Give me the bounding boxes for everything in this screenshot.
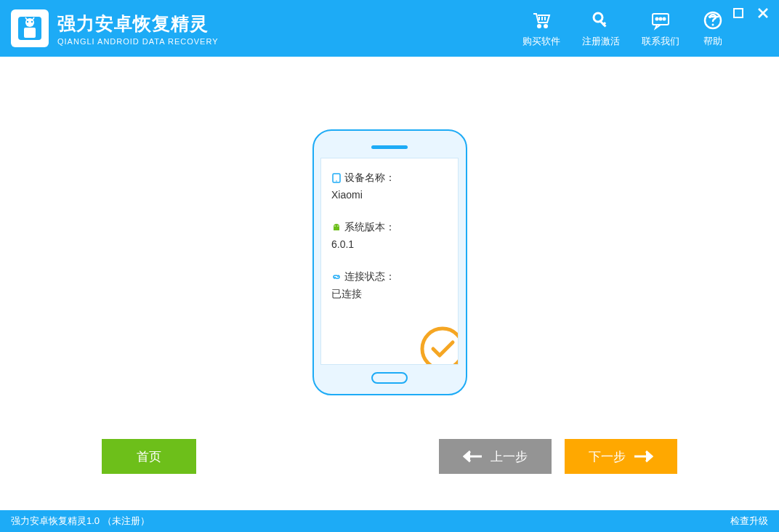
chat-icon xyxy=(649,9,672,32)
system-version-block: 系统版本： 6.0.1 xyxy=(331,221,448,250)
device-icon xyxy=(331,173,342,183)
prev-button-label: 上一步 xyxy=(491,448,528,465)
connection-label: 连接状态： xyxy=(344,270,395,283)
svg-point-4 xyxy=(31,21,33,23)
menu-register-label: 注册激活 xyxy=(582,35,620,48)
svg-rect-22 xyxy=(734,9,743,17)
minimize-button[interactable] xyxy=(706,6,721,20)
svg-point-17 xyxy=(660,18,662,20)
app-title: 强力安卓恢复精灵 xyxy=(57,12,219,36)
android-icon xyxy=(331,222,342,233)
svg-rect-2 xyxy=(24,28,36,38)
menu-buy-label: 购买软件 xyxy=(522,35,560,48)
link-icon xyxy=(331,272,342,282)
menu-help-label: 帮助 xyxy=(703,35,722,48)
phone-graphic-container: 设备名称： Xiaomi 系统版本： 6.0.1 xyxy=(22,86,757,439)
app-subtitle: QIANGLI ANDROID DATA RECOVERY xyxy=(57,37,219,46)
menu-register[interactable]: 注册激活 xyxy=(582,9,620,48)
home-button-label: 首页 xyxy=(137,448,161,465)
app-logo xyxy=(11,9,49,47)
footer-status: 强力安卓恢复精灵1.0 （未注册） xyxy=(11,515,150,528)
window-controls xyxy=(706,6,770,20)
content-area: 设备名称： Xiaomi 系统版本： 6.0.1 xyxy=(0,57,779,510)
header-menu: 购买软件 注册激活 xyxy=(522,9,724,48)
key-icon xyxy=(589,9,613,32)
arrow-left-icon xyxy=(463,450,483,463)
button-row: 首页 上一步 下一步 xyxy=(22,439,757,488)
close-button[interactable] xyxy=(756,6,770,20)
next-button[interactable]: 下一步 xyxy=(565,439,677,474)
menu-buy[interactable]: 购买软件 xyxy=(522,9,560,48)
phone-speaker-icon xyxy=(371,145,408,149)
menu-contact[interactable]: 联系我们 xyxy=(642,9,679,48)
home-button[interactable]: 首页 xyxy=(102,439,196,474)
connection-block: 连接状态： 已连接 xyxy=(331,270,448,301)
next-button-label: 下一步 xyxy=(589,448,626,465)
maximize-button[interactable] xyxy=(731,6,746,20)
svg-point-16 xyxy=(656,18,658,20)
svg-point-27 xyxy=(334,225,336,227)
phone-screen: 设备名称： Xiaomi 系统版本： 6.0.1 xyxy=(320,158,459,365)
system-version-label: 系统版本： xyxy=(344,221,395,234)
phone-home-button-icon xyxy=(371,372,408,384)
title-area: 强力安卓恢复精灵 QIANGLI ANDROID DATA RECOVERY xyxy=(57,12,219,46)
app-window: 强力安卓恢复精灵 QIANGLI ANDROID DATA RECOVERY 购… xyxy=(0,0,779,532)
svg-point-3 xyxy=(27,21,28,23)
checkmark-icon xyxy=(417,323,459,365)
phone-graphic: 设备名称： Xiaomi 系统版本： 6.0.1 xyxy=(312,129,467,395)
device-name-value: Xiaomi xyxy=(331,189,448,201)
svg-point-26 xyxy=(336,180,337,182)
system-version-value: 6.0.1 xyxy=(331,238,448,250)
device-name-label: 设备名称： xyxy=(344,172,395,185)
cart-icon xyxy=(530,9,553,32)
svg-point-18 xyxy=(663,18,666,20)
device-name-block: 设备名称： Xiaomi xyxy=(331,172,448,201)
svg-point-29 xyxy=(422,329,459,365)
svg-point-28 xyxy=(337,225,339,227)
arrow-right-icon xyxy=(633,450,653,463)
svg-point-8 xyxy=(544,25,547,28)
svg-point-7 xyxy=(538,25,541,28)
connection-value: 已连接 xyxy=(331,288,448,301)
check-update-link[interactable]: 检查升级 xyxy=(730,515,768,528)
prev-button[interactable]: 上一步 xyxy=(439,439,552,474)
header: 强力安卓恢复精灵 QIANGLI ANDROID DATA RECOVERY 购… xyxy=(0,0,779,57)
footer: 强力安卓恢复精灵1.0 （未注册） 检查升级 xyxy=(0,510,779,532)
svg-point-20 xyxy=(712,24,714,26)
menu-contact-label: 联系我们 xyxy=(642,35,679,48)
svg-point-12 xyxy=(594,13,602,22)
